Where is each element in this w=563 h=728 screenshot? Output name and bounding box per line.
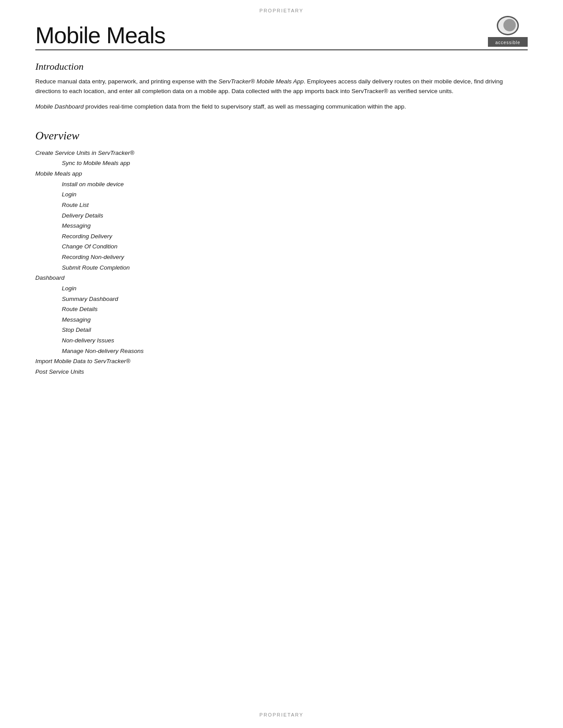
overview-heading: Overview bbox=[35, 129, 528, 143]
list-item: Login bbox=[62, 189, 528, 200]
list-item: Change Of Condition bbox=[62, 241, 528, 252]
list-item: Delivery Details bbox=[62, 210, 528, 221]
logo-circle-icon bbox=[497, 16, 519, 35]
list-item: Messaging bbox=[62, 221, 528, 231]
mobile-dashboard-name: Mobile Dashboard bbox=[35, 103, 84, 110]
overview-section: Overview Create Service Units in ServTra… bbox=[35, 129, 528, 377]
list-item: Mobile Meals app bbox=[35, 169, 528, 179]
list-item: Stop Detail bbox=[62, 325, 528, 335]
proprietary-bottom-label: PROPRIETARY bbox=[0, 712, 563, 717]
list-item: Dashboard bbox=[35, 273, 528, 283]
list-item: Import Mobile Data to ServTracker® bbox=[35, 356, 528, 367]
list-item: Post Service Units bbox=[35, 367, 528, 377]
list-item: Manage Non-delivery Reasons bbox=[62, 346, 528, 356]
list-item: Route Details bbox=[62, 304, 528, 315]
list-item: Login bbox=[62, 283, 528, 294]
list-item: Messaging bbox=[62, 315, 528, 325]
page-title: Mobile Meals bbox=[35, 24, 165, 47]
page-container: PROPRIETARY Mobile Meals accessible Intr… bbox=[0, 0, 563, 728]
logo-label: accessible bbox=[495, 40, 521, 45]
servtracker-app-name: ServTracker® Mobile Meals App bbox=[219, 78, 304, 85]
list-item: Submit Route Completion bbox=[62, 263, 528, 273]
proprietary-top-label: PROPRIETARY bbox=[35, 0, 528, 16]
list-item: Install on mobile device bbox=[62, 179, 528, 190]
logo-text-box: accessible bbox=[488, 37, 528, 47]
introduction-paragraph-1: Reduce manual data entry, paperwork, and… bbox=[35, 77, 528, 96]
introduction-paragraph-2: Mobile Dashboard provides real-time comp… bbox=[35, 102, 528, 112]
list-item: Create Service Units in ServTracker® bbox=[35, 148, 528, 158]
list-item: Sync to Mobile Meals app bbox=[62, 158, 528, 169]
introduction-heading: Introduction bbox=[35, 61, 528, 72]
list-item: Summary Dashboard bbox=[62, 294, 528, 304]
introduction-section: Introduction Reduce manual data entry, p… bbox=[35, 61, 528, 112]
list-item: Recording Delivery bbox=[62, 231, 528, 242]
header-row: Mobile Meals accessible bbox=[35, 16, 528, 50]
logo-box: accessible bbox=[488, 16, 528, 47]
overview-outline-list: Create Service Units in ServTracker® Syn… bbox=[35, 148, 528, 377]
list-item: Route List bbox=[62, 200, 528, 210]
list-item: Recording Non-delivery bbox=[62, 252, 528, 263]
list-item: Non-delivery Issues bbox=[62, 335, 528, 346]
